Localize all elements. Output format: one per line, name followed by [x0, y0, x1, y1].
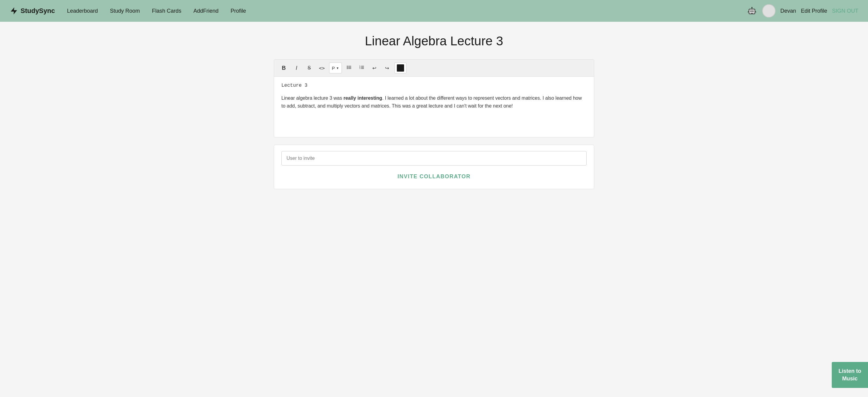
sign-out-link[interactable]: SIGN OUT: [832, 8, 858, 14]
svg-point-5: [751, 7, 752, 8]
svg-rect-3: [751, 13, 753, 13]
nav-flash-cards[interactable]: Flash Cards: [152, 8, 181, 14]
paragraph-select-button[interactable]: P ▼: [329, 63, 342, 73]
svg-rect-1: [750, 10, 752, 12]
nav-leaderboard[interactable]: Leaderboard: [67, 8, 98, 14]
editor-toolbar: B I S <> P ▼: [274, 60, 594, 77]
page-title: Linear Algebra Lecture 3: [274, 34, 594, 48]
navbar: StudySync Leaderboard Study Room Flash C…: [0, 0, 868, 22]
svg-point-8: [347, 66, 347, 67]
brand-link[interactable]: StudySync: [10, 7, 55, 15]
strikethrough-button[interactable]: S: [304, 63, 315, 73]
svg-point-10: [347, 67, 347, 68]
nav-add-friend[interactable]: AddFriend: [193, 8, 218, 14]
italic-button[interactable]: I: [291, 63, 302, 73]
edit-profile-link[interactable]: Edit Profile: [801, 8, 827, 14]
navbar-links: Leaderboard Study Room Flash Cards AddFr…: [67, 8, 746, 14]
avatar: [762, 4, 776, 18]
svg-point-12: [347, 68, 347, 69]
editor-body[interactable]: Lecture 3 Linear algebra lecture 3 was r…: [274, 77, 594, 137]
color-picker-button[interactable]: [395, 63, 406, 73]
bold-button[interactable]: B: [278, 63, 289, 73]
bullet-list-button[interactable]: [344, 63, 354, 73]
code-button[interactable]: <>: [316, 63, 327, 73]
brand-name: StudySync: [21, 7, 55, 15]
brand-icon: [10, 7, 18, 15]
ordered-list-button[interactable]: 1. 2. 3.: [356, 63, 367, 73]
svg-text:3.: 3.: [359, 67, 361, 69]
redo-button[interactable]: ↪: [382, 63, 393, 73]
invite-section: INVITE COLLABORATOR: [274, 145, 594, 189]
nav-profile[interactable]: Profile: [230, 8, 246, 14]
listen-music-button[interactable]: Listen to Music: [832, 362, 868, 388]
navbar-right: Devan Edit Profile SIGN OUT: [746, 4, 858, 18]
invite-collaborator-button[interactable]: INVITE COLLABORATOR: [281, 170, 587, 183]
editor-section: B I S <> P ▼: [274, 59, 594, 137]
robot-icon[interactable]: [746, 5, 757, 16]
nav-study-room[interactable]: Study Room: [110, 8, 140, 14]
svg-rect-2: [752, 10, 753, 12]
username: Devan: [780, 8, 796, 14]
color-swatch: [397, 64, 404, 72]
editor-paragraph: Linear algebra lecture 3 was really inte…: [281, 94, 587, 110]
main-content: Linear Algebra Lecture 3 B I S <> P ▼: [268, 22, 600, 201]
undo-button[interactable]: ↩: [369, 63, 380, 73]
editor-heading: Lecture 3: [281, 83, 587, 88]
invite-user-input[interactable]: [281, 151, 587, 166]
